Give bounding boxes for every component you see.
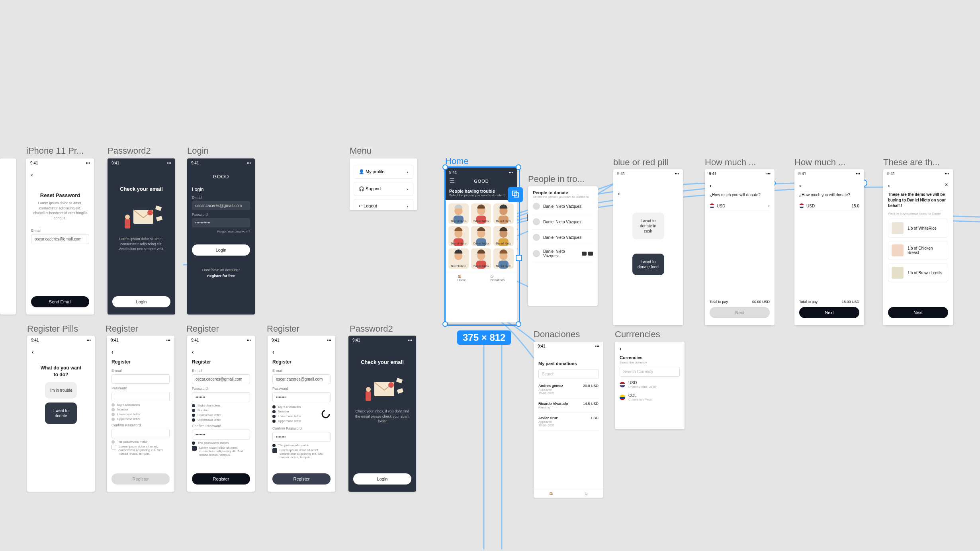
menu-icon[interactable]: ☰ xyxy=(449,177,455,185)
frame-label-home[interactable]: Home xyxy=(445,156,469,166)
frame-label-blue-red[interactable]: blue or red pill xyxy=(613,157,668,168)
nav-donations[interactable]: 🗂 xyxy=(585,492,588,495)
donate-button[interactable]: I want to donate xyxy=(45,403,77,424)
person-row[interactable]: Daniel Nieto Vázquez xyxy=(533,214,593,230)
person-row[interactable]: Daniel Nieto Vázquez xyxy=(533,245,593,262)
frame-check-email-1[interactable]: 9:41••• Check your email Lorem ipsum dol… xyxy=(108,158,175,315)
menu-item-logout[interactable]: ↩ Logout› xyxy=(354,199,413,210)
frame-label-iphone[interactable]: iPhone 11 Pr... xyxy=(26,146,84,156)
back-button[interactable]: ‹ xyxy=(888,182,890,189)
trouble-button[interactable]: I'm in trouble xyxy=(45,382,77,399)
email-input[interactable]: oscar.caceres@gmail.com xyxy=(31,234,89,244)
person-card[interactable]: Daniel Nieto xyxy=(493,248,514,269)
frame-label-howmuch1[interactable]: How much ... xyxy=(705,157,756,168)
back-button[interactable]: ‹ xyxy=(31,172,89,178)
person-card[interactable]: Daniel Nieto xyxy=(448,248,469,269)
person-card[interactable]: Daniel Nieto xyxy=(493,226,514,246)
currency-row-col[interactable]: COLColombian Peso xyxy=(620,391,680,404)
donation-row[interactable]: Ricardo Alvarado14.5 USD Pending xyxy=(538,399,599,413)
frame-register-filled[interactable]: 9:41••• ‹ Register E-mail oscar.caceres@… xyxy=(187,336,255,492)
view-toggle-icon[interactable] xyxy=(582,252,593,256)
next-button[interactable]: Next xyxy=(799,307,859,318)
frame-register-pills[interactable]: 9:41••• ‹ What do you want to do? I'm in… xyxy=(27,336,95,492)
password-input[interactable]: ••••••• xyxy=(272,392,331,402)
person-card[interactable]: Daniel Nieto xyxy=(471,248,491,269)
register-button[interactable]: Register xyxy=(192,473,250,485)
email-input[interactable] xyxy=(111,374,170,384)
person-card[interactable]: Daniel Nieto xyxy=(493,203,514,224)
donate-food-button[interactable]: I want to donate food xyxy=(632,254,664,275)
frame-people-list[interactable]: People to donate Select the person you w… xyxy=(528,186,598,306)
nav-home[interactable]: 🏠 xyxy=(549,492,553,495)
frame-label-password2[interactable]: Password2 xyxy=(108,146,151,156)
frame-label-menu[interactable]: Menu xyxy=(350,146,372,156)
search-input[interactable]: Search xyxy=(538,369,599,379)
frame-label-register3[interactable]: Register xyxy=(267,324,299,334)
frame-blue-red-pill[interactable]: 9:41••• ‹ I want to donate in cash I wan… xyxy=(613,169,683,325)
login-button[interactable]: Login xyxy=(192,244,250,256)
forgot-password-link[interactable]: Forgot Your password? xyxy=(192,230,250,233)
frame-label-login[interactable]: Login xyxy=(187,146,209,156)
back-button[interactable]: ‹ xyxy=(111,349,170,355)
email-input[interactable]: oscar.caceres@gmail.com xyxy=(192,374,250,384)
person-card[interactable]: Daniel Nieto xyxy=(471,203,491,224)
clip-content-icon[interactable] xyxy=(508,187,523,202)
frame-partial-left[interactable] xyxy=(0,158,16,315)
frame-label-password2b[interactable]: Password2 xyxy=(350,324,393,334)
person-card[interactable]: Daniel Nieto xyxy=(471,226,491,246)
frame-reset-password[interactable]: 9:41••• ‹ Reset Password Lorem ipsum dol… xyxy=(26,158,94,315)
frame-check-email-2[interactable]: 9:41••• Check your email Check your inbo… xyxy=(348,336,416,492)
email-input[interactable]: oscar.caceres@gmail.com xyxy=(192,201,250,210)
frame-label-howmuch2[interactable]: How much ... xyxy=(794,157,845,168)
back-button[interactable]: ‹ xyxy=(272,349,331,355)
back-button[interactable]: ‹ xyxy=(618,190,678,197)
frame-label-register2[interactable]: Register xyxy=(186,324,219,334)
frame-login[interactable]: 9:41••• GOOD Login E-mail oscar.caceres@… xyxy=(187,158,255,315)
person-row[interactable]: Daniel Nieto Vázquez xyxy=(533,230,593,245)
donation-row[interactable]: Andres gomez20.0 USD Approved15-06-2021 xyxy=(538,381,599,399)
frame-label-these[interactable]: These are th... xyxy=(883,157,940,168)
selection-handle-br[interactable] xyxy=(516,321,521,327)
currency-select[interactable]: USD▾ xyxy=(710,201,770,211)
back-button[interactable]: ‹ xyxy=(620,346,680,352)
send-email-button[interactable]: Send Email xyxy=(31,296,89,307)
frame-home[interactable]: 9:41••• ☰ GOOD People having trouble Sel… xyxy=(445,167,517,322)
person-row[interactable]: Daniel Nieto Vázquez xyxy=(533,199,593,214)
login-button[interactable]: Login xyxy=(112,296,170,307)
frame-menu[interactable]: 👤 My profile› 🎧 Support› ↩ Logout› xyxy=(350,158,417,210)
nav-donations[interactable]: 🗂Donations xyxy=(490,275,505,282)
frame-how-much-1[interactable]: 9:41••• ‹ ¿How much you will donate? USD… xyxy=(705,169,775,325)
item-row[interactable]: 1lb of WhiteRice xyxy=(888,219,948,238)
back-button[interactable]: ‹ xyxy=(710,182,770,189)
item-row[interactable]: 1lb of Brown Lentils xyxy=(888,263,948,282)
frame-label-currencies[interactable]: Currrencies xyxy=(615,329,660,340)
confirm-password-input[interactable] xyxy=(111,429,170,438)
donation-row[interactable]: Javier CruzUSD Approved12-06-2021 xyxy=(538,413,599,431)
back-button[interactable]: ‹ xyxy=(32,349,90,355)
design-canvas[interactable]: iPhone 11 Pr... Password2 Login Menu Hom… xyxy=(0,0,980,551)
donate-cash-button[interactable]: I want to donate in cash xyxy=(632,213,664,239)
frame-currencies[interactable]: ‹ Currencies Select the currency Search … xyxy=(615,342,685,429)
frame-how-much-2[interactable]: 9:41••• ‹ ¿How much you will donate? USD… xyxy=(794,169,864,325)
email-input[interactable]: oscar.caceres@gmail.com xyxy=(272,374,331,384)
currency-row-usd[interactable]: USDUnited States Dollar xyxy=(620,378,680,391)
menu-item-profile[interactable]: 👤 My profile› xyxy=(354,165,413,179)
login-button[interactable]: Login xyxy=(353,473,411,485)
person-card[interactable]: Daniel Nieto xyxy=(448,203,469,224)
confirm-password-input[interactable]: ••••••• xyxy=(192,430,250,440)
close-icon[interactable]: ✕ xyxy=(945,182,948,189)
frame-label-people[interactable]: People in tro... xyxy=(528,174,585,184)
currency-amount-row[interactable]: USD15.0 xyxy=(799,201,859,211)
frame-register-loading[interactable]: 9:41••• ‹ Register E-mail oscar.caceres@… xyxy=(268,336,335,492)
confirm-password-input[interactable]: ••••••• xyxy=(272,432,331,442)
password-input[interactable]: ••••••••••• xyxy=(192,218,250,227)
frame-label-register1[interactable]: Register xyxy=(106,324,138,334)
back-button[interactable]: ‹ xyxy=(799,182,859,189)
register-link[interactable]: Register for free xyxy=(192,274,250,278)
password-input[interactable] xyxy=(111,392,170,401)
frame-items[interactable]: 9:41••• ‹ ✕ These are the items we will … xyxy=(883,169,953,325)
frame-label-register-pills[interactable]: Register Pills xyxy=(27,324,78,334)
next-button[interactable]: Next xyxy=(888,307,948,318)
frame-label-donaciones[interactable]: Donaciones xyxy=(534,329,580,340)
menu-item-support[interactable]: 🎧 Support› xyxy=(354,182,413,196)
